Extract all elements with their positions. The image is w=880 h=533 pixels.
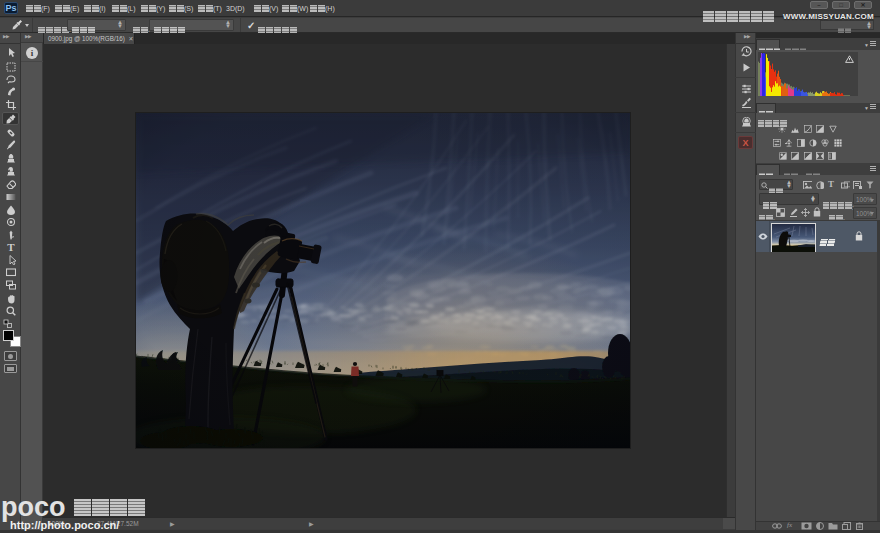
svg-text:T: T [7, 242, 15, 252]
